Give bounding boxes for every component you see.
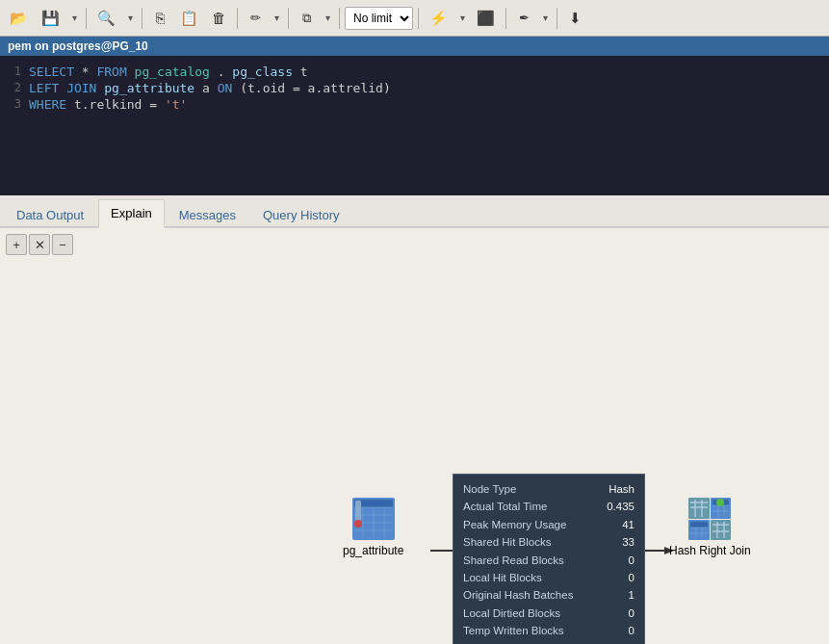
sep7 bbox=[505, 8, 506, 29]
open-file-button[interactable]: 📂 bbox=[4, 6, 34, 31]
line-code-1: SELECT * FROM pg_catalog . pg_class t bbox=[29, 64, 308, 80]
node-hash-right-join-label: Hash Right Join bbox=[669, 544, 751, 557]
tooltip-key: Peak Memory Usage bbox=[463, 516, 566, 533]
tooltip-val: 0 bbox=[629, 622, 635, 639]
tooltip-row: Actual Total Time0.435 bbox=[463, 498, 635, 515]
search-button[interactable]: 🔍 bbox=[91, 6, 121, 31]
line-code-2: LEFT JOIN pg_attribute a ON (t.oid = a.a… bbox=[29, 80, 391, 96]
main-content: + ✕ − bbox=[0, 228, 829, 644]
sep3 bbox=[237, 8, 238, 29]
node-pg-attribute: pg_attribute bbox=[343, 496, 403, 557]
tooltip-key: Shared Read Blocks bbox=[463, 552, 564, 569]
paste-button[interactable]: 📋 bbox=[174, 6, 204, 31]
svg-point-71 bbox=[716, 499, 724, 506]
delete-button[interactable]: 🗑 bbox=[206, 6, 232, 31]
tab-data-output[interactable]: Data Output bbox=[4, 201, 96, 228]
connection-bar: pem on postgres@PG_10 bbox=[0, 37, 829, 56]
node-pg-attribute-label: pg_attribute bbox=[343, 544, 403, 557]
tooltip-key: Plan Width bbox=[463, 640, 517, 644]
tooltip-row: Temp Written Blocks0 bbox=[463, 622, 635, 639]
tooltip-row: Local Dirtied Blocks0 bbox=[463, 605, 635, 622]
tab-messages[interactable]: Messages bbox=[167, 201, 248, 228]
search-dropdown-button[interactable]: ▾ bbox=[123, 6, 137, 31]
tooltip-row: Peak Memory Usage41 bbox=[463, 516, 635, 533]
tooltip-key: Node Type bbox=[463, 480, 516, 498]
save-dropdown-button[interactable]: ▾ bbox=[67, 6, 81, 31]
tooltip-row: Node TypeHash bbox=[463, 480, 635, 498]
line-code-3: WHERE t.relkind = 't' bbox=[29, 96, 187, 113]
tooltip-val: 0.435 bbox=[607, 498, 635, 515]
tooltip-val: 0 bbox=[629, 605, 635, 622]
tab-explain[interactable]: Explain bbox=[98, 199, 165, 228]
zoom-controls: + ✕ − bbox=[6, 234, 73, 255]
sep4 bbox=[288, 8, 289, 29]
hash-right-join-icon bbox=[687, 496, 733, 542]
table-icon-pg-attribute bbox=[352, 498, 395, 540]
save-button[interactable]: 💾 bbox=[36, 6, 65, 31]
svg-point-26 bbox=[354, 520, 362, 528]
connection-text: pem on postgres@PG_10 bbox=[8, 39, 148, 53]
sep5 bbox=[339, 8, 340, 29]
hash-join-icon-svg bbox=[688, 498, 731, 540]
tooltip-row: Local Hit Blocks0 bbox=[463, 569, 635, 586]
tooltip-popup: Node TypeHashActual Total Time0.435Peak … bbox=[453, 474, 645, 644]
tooltip-val: 1 bbox=[629, 586, 635, 604]
sep1 bbox=[86, 8, 87, 29]
sql-line-3: 3 WHERE t.relkind = 't' bbox=[0, 96, 829, 113]
execute-button[interactable]: ⚡ bbox=[424, 6, 453, 31]
format-dropdown-button[interactable]: ▾ bbox=[538, 6, 552, 31]
svg-rect-66 bbox=[711, 520, 731, 540]
sep6 bbox=[418, 8, 419, 29]
download-button[interactable]: ⬇ bbox=[562, 6, 587, 31]
tooltip-key: Actual Total Time bbox=[463, 498, 547, 515]
tooltip-val: Hash bbox=[609, 480, 635, 498]
tooltip-key: Local Dirtied Blocks bbox=[463, 605, 560, 622]
line-num-1: 1 bbox=[0, 64, 29, 78]
tooltip-key: Temp Written Blocks bbox=[463, 622, 564, 639]
sep2 bbox=[142, 8, 142, 29]
tooltip-key: Original Hash Batches bbox=[463, 586, 573, 604]
tooltip-val: 243 bbox=[616, 640, 635, 644]
svg-rect-49 bbox=[688, 498, 710, 519]
diagram-canvas: pg_class pg_attribute bbox=[0, 228, 829, 644]
diagram-arrows-svg bbox=[0, 228, 829, 644]
sep8 bbox=[557, 8, 557, 29]
sql-editor[interactable]: 1 SELECT * FROM pg_catalog . pg_class t … bbox=[0, 56, 829, 195]
tooltip-row: Plan Width243 bbox=[463, 640, 635, 644]
format-button[interactable]: ✒ bbox=[511, 6, 536, 31]
filter-button[interactable]: ⧉ bbox=[294, 6, 319, 31]
edit-dropdown-button[interactable]: ▾ bbox=[270, 6, 283, 31]
tooltip-val: 33 bbox=[622, 533, 635, 551]
zoom-reset-button[interactable]: ✕ bbox=[29, 234, 50, 255]
copy-button[interactable]: ⎘ bbox=[147, 6, 172, 31]
stop-button[interactable]: ⬛ bbox=[471, 6, 501, 31]
pg-attribute-icon bbox=[350, 496, 397, 542]
edit-button[interactable]: ✏ bbox=[243, 6, 268, 31]
tooltip-key: Shared Hit Blocks bbox=[463, 533, 551, 551]
tab-query-history[interactable]: Query History bbox=[250, 201, 351, 228]
svg-rect-25 bbox=[355, 501, 361, 522]
tooltip-val: 0 bbox=[629, 569, 635, 586]
tooltip-row: Original Hash Batches1 bbox=[463, 586, 635, 604]
line-num-3: 3 bbox=[0, 96, 29, 111]
execute-dropdown-button[interactable]: ▾ bbox=[455, 6, 469, 31]
tooltip-val: 0 bbox=[629, 552, 635, 569]
limit-select[interactable]: No limit bbox=[345, 7, 413, 30]
tooltip-val: 41 bbox=[622, 516, 635, 533]
tooltip-row: Shared Hit Blocks33 bbox=[463, 533, 635, 551]
zoom-out-button[interactable]: − bbox=[52, 234, 73, 255]
filter-dropdown-button[interactable]: ▾ bbox=[321, 6, 334, 31]
svg-rect-61 bbox=[690, 522, 708, 528]
line-num-2: 2 bbox=[0, 80, 29, 94]
sql-line-2: 2 LEFT JOIN pg_attribute a ON (t.oid = a… bbox=[0, 80, 829, 96]
tabs-area: Data Output Explain Messages Query Histo… bbox=[0, 195, 829, 228]
toolbar: 📂 💾 ▾ 🔍 ▾ ⎘ 📋 🗑 ✏ ▾ ⧉ ▾ No limit ⚡ ▾ ⬛ ✒… bbox=[0, 0, 829, 37]
tooltip-row: Shared Read Blocks0 bbox=[463, 552, 635, 569]
zoom-in-button[interactable]: + bbox=[6, 234, 27, 255]
sql-line-1: 1 SELECT * FROM pg_catalog . pg_class t bbox=[0, 64, 829, 80]
tooltip-key: Local Hit Blocks bbox=[463, 569, 542, 586]
node-hash-right-join: Hash Right Join bbox=[669, 496, 751, 557]
